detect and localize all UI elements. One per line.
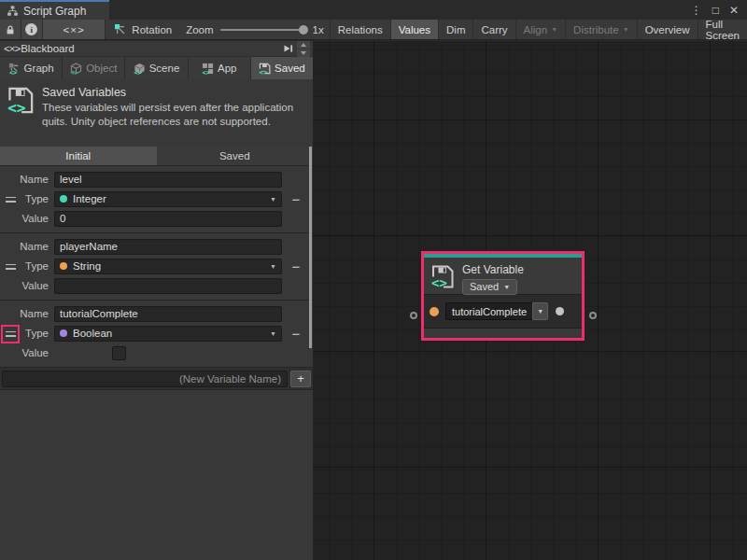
blackboard-header: <×> Blackboard <box>0 41 313 57</box>
code-view-button[interactable]: <×> <box>43 20 106 39</box>
name-label: Name <box>0 241 54 252</box>
tab-saved[interactable]: <> Saved <box>251 57 313 79</box>
arrow-down-icon <box>301 51 306 55</box>
value-label: Value <box>0 347 54 358</box>
tab-script-graph[interactable]: Script Graph <box>0 0 109 20</box>
right-free-port[interactable] <box>589 312 597 319</box>
zoom-slider-handle[interactable] <box>299 25 308 35</box>
scroll-down-button[interactable] <box>297 49 310 57</box>
titlebar: Script Graph ⋮ □ ✕ <box>0 0 747 20</box>
panel-scrollbar-thumb[interactable] <box>309 147 312 348</box>
toolbar-right-group: Relations Values Dim Carry Align ▼ Distr… <box>330 20 747 39</box>
close-icon[interactable]: ✕ <box>729 4 739 17</box>
unity-visual-scripting-window: Script Graph ⋮ □ ✕ i <×> Rotation <box>0 0 747 560</box>
info-button[interactable]: i <box>21 20 43 39</box>
new-variable-row: + <box>0 368 313 390</box>
distribute-dropdown[interactable]: Distribute ▼ <box>565 20 637 39</box>
dock-panel-icon[interactable] <box>282 43 294 54</box>
scroll-up-button[interactable] <box>297 41 310 49</box>
more-menu-icon[interactable]: ⋮ <box>691 4 702 17</box>
chevron-down-icon: ▼ <box>270 330 276 337</box>
lock-button[interactable] <box>0 20 21 39</box>
svg-text:<>: <> <box>134 68 141 74</box>
variable-value-input[interactable] <box>54 278 282 294</box>
lock-icon <box>5 24 16 35</box>
variable-name-dropdown-button[interactable]: ▼ <box>532 302 548 320</box>
rotation-icon <box>114 23 127 36</box>
drag-handle[interactable] <box>3 259 18 274</box>
fullscreen-button[interactable]: Full Screen <box>698 20 747 39</box>
object-cube-icon: <> <box>70 63 82 75</box>
tab-saved-values[interactable]: Saved <box>157 147 314 165</box>
boolean-type-icon <box>60 329 67 337</box>
saved-variables-icon: <> <box>430 264 455 289</box>
type-dropdown[interactable]: Boolean ▼ <box>54 326 282 342</box>
left-free-port[interactable] <box>410 312 417 319</box>
chevron-down-icon: ▼ <box>623 26 629 33</box>
zoom-value: 1x <box>313 24 324 35</box>
svg-text:<>: <> <box>431 275 447 289</box>
add-variable-button[interactable]: + <box>290 371 311 387</box>
variable-name-input[interactable] <box>54 172 282 188</box>
variable-name-input-port[interactable] <box>430 307 439 316</box>
name-label: Name <box>0 174 54 185</box>
chevron-down-icon: ▼ <box>270 196 276 203</box>
info-description: These variables will persist even after … <box>42 101 305 129</box>
type-dropdown[interactable]: String ▼ <box>54 259 282 274</box>
relations-button[interactable]: Relations <box>330 20 390 39</box>
drag-handle[interactable] <box>3 192 18 207</box>
node-header[interactable]: <> Get Variable Saved ▼ <box>424 258 582 295</box>
tab-graph[interactable]: <> Graph <box>0 57 62 79</box>
tab-scene[interactable]: <> Scene <box>125 57 187 79</box>
rotation-label: Rotation <box>132 24 172 35</box>
variable-name-input[interactable] <box>54 306 282 322</box>
graph-canvas[interactable]: <> Get Variable Saved ▼ tutorialComplete… <box>313 41 747 560</box>
tab-object[interactable]: <> Object <box>63 57 124 79</box>
variable-card-tutorialComplete: Name Type Boolean ▼ − Value <box>0 301 313 368</box>
blackboard-panel: <×> Blackboard <> Graph <box>0 41 313 560</box>
string-type-icon <box>60 262 67 270</box>
info-icon: i <box>25 23 37 35</box>
variable-name-value[interactable]: tutorialComplete <box>445 302 532 320</box>
chevron-down-icon: ▼ <box>270 263 276 270</box>
svg-text:<>: <> <box>202 68 209 74</box>
tab-title: Script Graph <box>23 5 86 18</box>
saved-variables-info: <> Saved Variables These variables will … <box>0 79 313 147</box>
variable-card-level: Name Type Integer ▼ − Value <box>0 166 313 233</box>
window-controls: ⋮ □ ✕ <box>691 0 747 20</box>
saved-floppy-icon: <> <box>259 63 271 75</box>
tab-app[interactable]: <> App <box>189 57 250 79</box>
chevron-down-icon: ▼ <box>551 26 557 33</box>
variable-name-input[interactable] <box>54 239 282 255</box>
svg-text:<>: <> <box>260 67 268 74</box>
graph-toolbar: i <×> Rotation Zoom 1x Relations Values … <box>0 20 747 40</box>
variable-card-playerName: Name Type String ▼ − Value <box>0 233 313 301</box>
zoom-slider[interactable] <box>220 29 306 31</box>
remove-variable-button[interactable]: − <box>282 192 310 206</box>
carry-button[interactable]: Carry <box>472 20 514 39</box>
tab-initial[interactable]: Initial <box>0 147 157 165</box>
overview-button[interactable]: Overview <box>637 20 698 39</box>
visual-scripting-logo-icon: <×> <box>4 43 20 54</box>
type-dropdown[interactable]: Integer ▼ <box>54 191 282 207</box>
node-body: tutorialComplete ▼ <box>424 295 582 328</box>
value-output-port[interactable] <box>556 307 564 315</box>
svg-text:<>: <> <box>9 68 17 74</box>
node-footer <box>424 328 582 338</box>
remove-variable-button[interactable]: − <box>282 259 310 273</box>
maximize-icon[interactable]: □ <box>712 4 719 17</box>
variable-value-input[interactable] <box>54 211 282 227</box>
rotation-control[interactable]: Rotation <box>106 20 180 39</box>
name-label: Name <box>0 308 54 319</box>
align-dropdown[interactable]: Align ▼ <box>515 20 566 39</box>
dim-button[interactable]: Dim <box>438 20 472 39</box>
variable-scope-dropdown[interactable]: Saved ▼ <box>462 279 517 295</box>
drag-handle-highlighted[interactable] <box>3 327 18 342</box>
get-variable-node[interactable]: <> Get Variable Saved ▼ tutorialComplete… <box>421 251 585 341</box>
boolean-value-checkbox[interactable] <box>112 346 126 360</box>
value-label: Value <box>0 280 54 291</box>
remove-variable-button[interactable]: − <box>282 327 310 341</box>
arrow-up-icon <box>301 43 306 47</box>
new-variable-name-input[interactable] <box>2 371 288 387</box>
values-button[interactable]: Values <box>390 20 438 39</box>
